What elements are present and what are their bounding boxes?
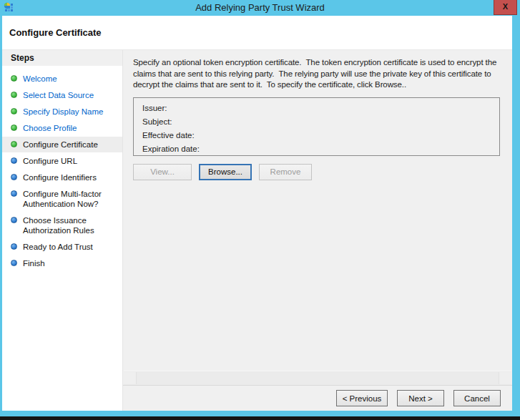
certificate-effective-date-label: Effective date: (142, 129, 499, 142)
step-label: Finish (23, 258, 45, 268)
step-select-data-source[interactable]: Select Data Source (2, 87, 122, 103)
next-button[interactable]: Next > (397, 390, 444, 406)
step-upcoming-dot-icon (11, 260, 17, 266)
close-button[interactable]: X (494, 0, 517, 15)
remove-button[interactable]: Remove (259, 164, 312, 180)
step-upcoming-dot-icon (11, 190, 17, 197)
step-specify-display-name[interactable]: Specify Display Name (2, 104, 122, 119)
wizard-window: Add Relying Party Trust Wizard X Configu… (0, 0, 520, 416)
step-completed-dot-icon (11, 141, 17, 147)
step-label: Choose Profile (23, 123, 77, 133)
step-finish: Finish (2, 255, 122, 271)
step-label: Configure Identifiers (23, 172, 97, 182)
step-upcoming-dot-icon (11, 174, 17, 180)
step-completed-dot-icon (11, 75, 17, 82)
window-title: Add Relying Party Trust Wizard (0, 0, 520, 16)
steps-sidebar: Steps Welcome Select Data Source Spec (2, 50, 123, 411)
step-label: Specify Display Name (23, 107, 103, 117)
window-body: Configure Certificate Steps Welcome Sele… (2, 16, 512, 411)
step-upcoming-dot-icon (11, 243, 17, 250)
right-column: Specify an optional token encryption cer… (123, 50, 512, 411)
step-choose-profile[interactable]: Choose Profile (2, 120, 122, 136)
certificate-button-row: View... Browse... Remove (133, 164, 504, 180)
certificate-subject-label: Subject: (142, 115, 499, 129)
step-label: Choose Issuance Authorization Rules (23, 215, 118, 235)
step-label: Configure Certificate (23, 140, 98, 150)
step-choose-issuance-rules: Choose Issuance Authorization Rules (2, 213, 122, 238)
cancel-button[interactable]: Cancel (453, 390, 501, 406)
page-description: Specify an optional token encryption cer… (133, 57, 504, 91)
step-completed-dot-icon (11, 108, 17, 114)
titlebar: Add Relying Party Trust Wizard X (0, 0, 520, 16)
step-label: Welcome (23, 74, 57, 84)
step-label: Configure Multi-factor Authentication No… (23, 189, 118, 209)
step-completed-dot-icon (11, 92, 17, 98)
view-button[interactable]: View... (133, 164, 192, 180)
step-configure-certificate-current: Configure Certificate (2, 137, 122, 152)
steps-heading: Steps (2, 50, 122, 66)
page-title: Configure Certificate (2, 16, 512, 50)
browse-button[interactable]: Browse... (199, 164, 252, 180)
step-welcome[interactable]: Welcome (2, 71, 122, 87)
steps-list: Welcome Select Data Source Specify Displ… (2, 66, 122, 271)
step-label: Ready to Add Trust (23, 242, 93, 252)
step-completed-dot-icon (11, 124, 17, 131)
wizard-footer: < Previous Next > Cancel (123, 385, 512, 411)
step-upcoming-dot-icon (11, 217, 17, 223)
content-pane: Specify an optional token encryption cer… (123, 50, 512, 385)
screenshot-root: Add Relying Party Trust Wizard X Configu… (0, 0, 520, 420)
certificate-expiration-date-label: Expiration date: (142, 142, 499, 156)
step-configure-identifiers: Configure Identifiers (2, 170, 122, 185)
previous-button[interactable]: < Previous (336, 390, 388, 406)
step-upcoming-dot-icon (11, 157, 17, 164)
certificate-issuer-label: Issuer: (142, 102, 499, 115)
main-row: Steps Welcome Select Data Source Spec (2, 50, 512, 411)
step-configure-mfa: Configure Multi-factor Authentication No… (2, 186, 122, 212)
horizontal-scrollbar (124, 371, 511, 385)
step-label: Select Data Source (23, 90, 94, 100)
step-ready-to-add-trust: Ready to Add Trust (2, 239, 122, 255)
step-configure-url: Configure URL (2, 153, 122, 169)
step-label: Configure URL (23, 156, 77, 166)
certificate-info-box: Issuer: Subject: Effective date: Expirat… (133, 97, 500, 156)
